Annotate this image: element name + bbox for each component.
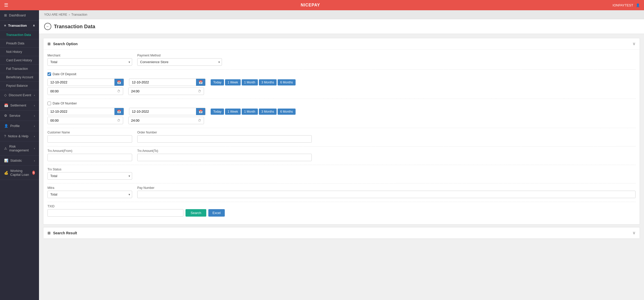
deposit-date-to-calendar-btn[interactable]: 📅: [196, 79, 205, 86]
sidebar-item-noti-history[interactable]: Noti History: [0, 48, 39, 56]
sidebar-label-fail-transaction: Fail Transaction: [6, 67, 28, 71]
number-time-to-input[interactable]: 24:00: [129, 117, 195, 124]
discount-event-icon: ◇: [4, 93, 7, 97]
number-date-to-calendar-btn[interactable]: 📅: [196, 108, 205, 115]
3months-btn-2[interactable]: 3 Months: [259, 109, 277, 115]
deposit-time-from-input-group: 00:00 ⏱: [47, 88, 123, 95]
order-number-input[interactable]: [137, 135, 312, 143]
today-btn-1[interactable]: Today: [211, 79, 224, 85]
number-time-from-input[interactable]: 00:00: [48, 117, 114, 124]
1month-btn-2[interactable]: 1 Month: [242, 109, 258, 115]
sidebar: ⊞ DashBoard ≡ Transaction ∧ Transaction …: [0, 10, 39, 300]
sidebar-label-notice-help: Notice & Help: [8, 134, 28, 138]
deposit-date-from-calendar-btn[interactable]: 📅: [114, 79, 124, 86]
username: IONPAYTEST: [613, 3, 633, 7]
sidebar-item-dashboard[interactable]: ⊞ DashBoard: [0, 10, 39, 21]
pay-number-input[interactable]: [137, 191, 636, 198]
sidebar-item-working-capital-loan[interactable]: 💰 Working Capital Loan N: [0, 166, 39, 180]
payment-method-select[interactable]: Convenience Store: [137, 58, 222, 66]
date-of-number-label[interactable]: Date Of Number: [53, 101, 77, 105]
brand-logo: NICEPAY: [301, 3, 320, 7]
trx-amount-to-input[interactable]: [137, 154, 312, 161]
notice-help-icon: ?: [4, 134, 6, 138]
date-of-deposit-row: Date Of Deposit: [47, 72, 636, 76]
form-row-number-times: 00:00 ⏱ 24:00 ⏱: [47, 117, 636, 124]
date-of-deposit-checkbox[interactable]: [47, 72, 51, 76]
trx-status-select[interactable]: Total: [47, 172, 132, 180]
sidebar-item-settlement[interactable]: 📅 Settlement ‹: [0, 100, 39, 111]
form-row-txid: TXID Search Excel: [47, 205, 636, 217]
sidebar-item-preauth-data[interactable]: Preauth Data: [0, 39, 39, 48]
new-badge: N: [32, 171, 35, 175]
number-time-to-clock-btn[interactable]: ⏱: [195, 117, 204, 124]
6months-btn-1[interactable]: 6 Months: [278, 79, 295, 85]
sidebar-item-risk-management[interactable]: ⚠ Risk management ‹: [0, 141, 39, 156]
chevron-right-icon-3: ‹: [34, 114, 35, 117]
number-time-to-input-group: 24:00 ⏱: [128, 117, 204, 124]
trx-status-select-wrapper: Total: [47, 172, 132, 180]
today-btn-2[interactable]: Today: [211, 109, 224, 115]
sidebar-item-payout-balance[interactable]: Payout Balance: [0, 82, 39, 90]
chevron-right-icon-7: ‹: [34, 159, 35, 162]
deposit-time-to-input[interactable]: 24:00: [129, 88, 195, 95]
sidebar-label-statistic: Statistic: [10, 159, 22, 162]
sidebar-item-discount-event[interactable]: ◇ Discount Event ‹: [0, 90, 39, 100]
sidebar-item-statistic[interactable]: 📊 Statistic ‹: [0, 156, 39, 166]
3months-btn-1[interactable]: 3 Months: [259, 79, 277, 85]
search-result-collapse-button[interactable]: ∨: [632, 230, 636, 235]
deposit-date-to-input[interactable]: 12-10-2022: [129, 79, 196, 86]
service-icon: ⚙: [4, 114, 7, 118]
number-time-from-clock-btn[interactable]: ⏱: [114, 117, 123, 124]
sidebar-label-preauth-data: Preauth Data: [6, 42, 24, 45]
number-date-from-input[interactable]: 12-10-2022: [48, 108, 114, 115]
number-date-to-group: 12-10-2022 📅: [129, 108, 206, 115]
number-date-from-calendar-btn[interactable]: 📅: [114, 108, 124, 115]
sidebar-item-service[interactable]: ⚙ Service ‹: [0, 111, 39, 121]
date-of-number-checkbox[interactable]: [47, 102, 51, 105]
sidebar-item-notice-help[interactable]: ? Notice & Help ‹: [0, 131, 39, 141]
user-icon[interactable]: 👤: [636, 3, 640, 7]
number-date-to-input[interactable]: 12-10-2022: [129, 108, 196, 115]
back-button[interactable]: ←: [44, 23, 51, 30]
sidebar-item-transaction-data[interactable]: Transaction Data: [0, 31, 39, 39]
txid-input[interactable]: [47, 209, 183, 217]
excel-button[interactable]: Excel: [208, 209, 225, 217]
sidebar-label-dashboard: DashBoard: [9, 13, 26, 17]
merchant-select-wrapper: Total: [47, 58, 132, 66]
deposit-date-from-input[interactable]: 12-10-2022: [48, 79, 114, 86]
deposit-time-to-clock-btn[interactable]: ⏱: [195, 88, 204, 95]
sidebar-label-transaction-data: Transaction Data: [6, 33, 31, 37]
txid-row: Search Excel: [47, 209, 636, 217]
sidebar-item-fail-transaction[interactable]: Fail Transaction: [0, 65, 39, 73]
1week-btn-1[interactable]: 1 Week: [225, 79, 240, 85]
dashboard-icon: ⊞: [4, 13, 7, 17]
6months-btn-2[interactable]: 6 Months: [278, 109, 295, 115]
search-button[interactable]: Search: [186, 209, 206, 217]
trx-amount-from-input[interactable]: [47, 154, 132, 161]
deposit-quick-btns: Today 1 Week 1 Month 3 Months 6 Months: [211, 79, 296, 86]
1week-btn-2[interactable]: 1 Week: [225, 109, 240, 115]
form-row-merchant-payment: Merchant Total Payment Method Convenienc…: [47, 54, 636, 66]
sidebar-item-beneficiary-account[interactable]: Beneficiary Account: [0, 73, 39, 82]
sidebar-label-risk-management: Risk management: [9, 144, 32, 152]
hamburger-icon[interactable]: ☰: [4, 2, 8, 8]
date-of-number-row: Date Of Number: [47, 101, 636, 105]
transaction-icon: ≡: [4, 24, 6, 27]
sidebar-item-transaction[interactable]: ≡ Transaction ∧: [0, 21, 39, 31]
deposit-time-from-clock-btn[interactable]: ⏱: [114, 88, 123, 95]
search-result-panel-icon: ⊞: [47, 231, 51, 235]
mitra-select[interactable]: Total: [47, 191, 132, 198]
loan-icon: 💰: [4, 171, 8, 175]
customer-name-input[interactable]: [47, 135, 132, 143]
sidebar-item-card-event-history[interactable]: Card Event History: [0, 56, 39, 65]
collapse-button[interactable]: ∨: [632, 41, 636, 46]
deposit-time-from-input[interactable]: 00:00: [48, 88, 114, 95]
sidebar-item-profile[interactable]: 👤 Profile ‹: [0, 121, 39, 131]
merchant-select[interactable]: Total: [47, 58, 132, 66]
sidebar-label-discount-event: Discount Event: [9, 93, 31, 97]
panel-icon: ⊞: [47, 42, 51, 46]
sidebar-label-settlement: Settlement: [10, 103, 26, 107]
1month-btn-1[interactable]: 1 Month: [242, 79, 258, 85]
mitra-select-wrapper: Total: [47, 191, 132, 198]
date-of-deposit-label[interactable]: Date Of Deposit: [53, 72, 76, 76]
